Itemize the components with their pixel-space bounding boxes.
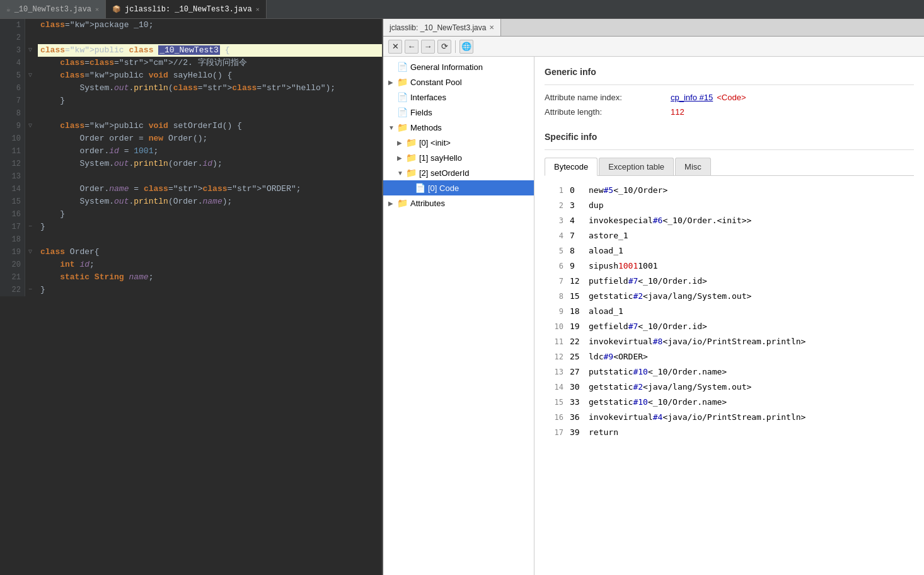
close-button[interactable]: ✕ [388, 40, 402, 54]
bytecode-row: 918 aload_1 [545, 305, 914, 318]
bytecode-row: 10 new #5 <_10/Order> [545, 183, 914, 197]
tree-item-methods[interactable]: ▼📁Methods [383, 120, 534, 135]
detail-divider-1 [545, 84, 914, 85]
bc-offset: 39 [570, 426, 589, 439]
bc-instruction: getstatic [589, 380, 633, 394]
tree-folder-icon: 📄 [397, 92, 408, 102]
detail-tab-exception-table[interactable]: Exception table [599, 158, 674, 175]
tree-item-code-node[interactable]: 📄[0] Code [383, 180, 534, 195]
refresh-button[interactable]: ⟳ [437, 40, 451, 54]
bytecode-row: 1636 invokevirtual #4 <java/io/PrintStre… [545, 410, 914, 424]
bytecode-row: 1327 putstatic #10 <_10/Order.name> [545, 365, 914, 379]
bytecode-row: 23 dup [545, 199, 914, 212]
tree-item-fields[interactable]: 📄Fields [383, 105, 534, 120]
jclasslib-pane: jclasslib: _10_NewTest3.java ✕ ✕ ← → ⟳ 🌐… [383, 19, 924, 575]
jc-tree[interactable]: 📄General Information▶📁Constant Pool📄Inte… [383, 57, 534, 575]
bc-offset: 30 [570, 380, 589, 394]
bc-ref[interactable]: #2 [633, 289, 643, 303]
bytecode-row: 58 aload_1 [545, 244, 914, 258]
fold-button [25, 145, 35, 158]
attribute-name-link[interactable]: cp_info #15 [671, 93, 713, 102]
tab-spacer [267, 0, 924, 18]
code-line [38, 107, 382, 120]
fold-button[interactable]: ▽ [25, 69, 35, 82]
bc-instruction: astore_1 [589, 229, 628, 243]
tree-arrow-icon: ▶ [388, 200, 397, 207]
bc-ref[interactable]: #4 [653, 410, 663, 424]
fold-button [25, 195, 35, 208]
tree-folder-icon: 📄 [415, 183, 425, 193]
tree-item-attributes[interactable]: ▶📁Attributes [383, 195, 534, 211]
fold-button[interactable]: ▽ [25, 246, 35, 258]
bc-instruction: sipush [589, 259, 618, 273]
bc-offset: 7 [570, 229, 589, 243]
bc-ref[interactable]: #2 [633, 380, 643, 394]
bc-line-number: 17 [545, 426, 563, 439]
bc-ref[interactable]: #5 [603, 183, 613, 197]
bytecode-row: 34 invokespecial #6 <_10/Order.<init>> [545, 214, 914, 228]
bc-ref[interactable]: #7 [628, 320, 638, 334]
code-line: Order.name = class="str">class="str">"OR… [38, 183, 382, 195]
code-line: } [38, 95, 382, 107]
tree-folder-icon: 📁 [397, 77, 408, 87]
jc-tab-bar: jclasslib: _10_NewTest3.java ✕ [383, 19, 924, 37]
tree-item-general-info[interactable]: 📄General Information [383, 59, 534, 74]
code-line: int id; [38, 258, 382, 271]
bc-offset: 25 [570, 350, 589, 364]
bc-comment: 1001 [638, 259, 657, 273]
code-line: order.id = 1001; [38, 145, 382, 158]
bc-offset: 15 [570, 289, 589, 303]
tree-item-constant-pool[interactable]: ▶📁Constant Pool [383, 74, 534, 90]
bc-ref[interactable]: #10 [633, 395, 647, 409]
tree-item-interfaces[interactable]: 📄Interfaces [383, 90, 534, 105]
attribute-length-value: 112 [671, 107, 684, 117]
tree-item-method-init[interactable]: ▶📁[0] <init> [383, 135, 534, 150]
editor-pane[interactable]: 12345678910111213141516171819202122 ▽▽▽−… [0, 19, 383, 575]
bytecode-row: 1122 invokevirtual #8 <java/io/PrintStre… [545, 335, 914, 349]
code-line: System.out.println(class="str">class="st… [38, 82, 382, 95]
jc-tab-close[interactable]: ✕ [489, 24, 494, 31]
bc-ref[interactable]: #8 [653, 335, 663, 349]
code-line: class="kw">public void sayHello() { [38, 69, 382, 82]
bc-ref[interactable]: #9 [603, 350, 613, 364]
line-number: 17 [0, 221, 21, 233]
code-line: } [38, 221, 382, 233]
bc-line-number: 15 [545, 395, 563, 409]
fold-button[interactable]: ▽ [25, 120, 35, 132]
tree-item-method-setOrderId[interactable]: ▼📁[2] setOrderId [383, 165, 534, 180]
jclasslib-tab-close[interactable]: ✕ [256, 6, 260, 13]
bc-ref[interactable]: #6 [653, 214, 663, 228]
code-line: } [38, 208, 382, 221]
bc-instruction: ldc [589, 350, 603, 364]
browser-button[interactable]: 🌐 [459, 40, 473, 54]
bc-ref[interactable]: #7 [628, 274, 638, 288]
line-number: 4 [0, 57, 21, 69]
bc-comment: <_10/Order.id> [638, 320, 707, 334]
bc-instruction: invokevirtual [589, 410, 653, 424]
tree-item-method-sayHello[interactable]: ▶📁[1] sayHello [383, 150, 534, 165]
fold-button[interactable]: ▽ [25, 44, 35, 57]
bc-line-number: 14 [545, 380, 563, 394]
back-button[interactable]: ← [405, 40, 419, 54]
line-number: 10 [0, 132, 21, 145]
bc-ref[interactable]: #10 [633, 365, 647, 379]
bc-line-number: 11 [545, 335, 563, 349]
editor-tab-close[interactable]: ✕ [95, 6, 99, 13]
jc-tab-active[interactable]: jclasslib: _10_NewTest3.java ✕ [383, 19, 501, 36]
forward-button[interactable]: → [421, 40, 435, 54]
bc-instruction: dup [589, 199, 603, 212]
fold-button [25, 57, 35, 69]
bc-instruction: aload_1 [589, 305, 623, 318]
fold-button[interactable]: − [25, 284, 35, 296]
editor-tab[interactable]: ☕ _10_NewTest3.java ✕ [0, 0, 106, 18]
line-numbers: 12345678910111213141516171819202122 [0, 19, 25, 296]
detail-tab-misc[interactable]: Misc [675, 158, 711, 175]
main-container: 12345678910111213141516171819202122 ▽▽▽−… [0, 19, 924, 575]
bc-line-number: 13 [545, 365, 563, 379]
bc-line-number: 1 [545, 183, 563, 197]
detail-tab-bytecode[interactable]: Bytecode [545, 158, 598, 176]
fold-button[interactable]: − [25, 221, 35, 233]
code-line: static String name; [38, 271, 382, 284]
attribute-name-value: <Code> [717, 93, 746, 102]
jclasslib-tab[interactable]: 📦 jclasslib: _10_NewTest3.java ✕ [106, 0, 267, 18]
